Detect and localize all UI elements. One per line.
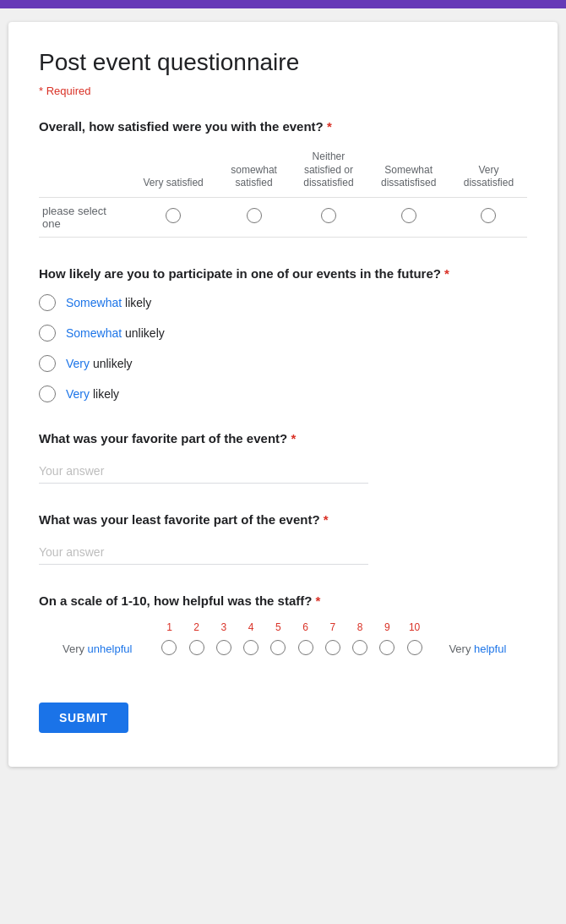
- col-header-neither: Neithersatisfied ordissatisfied: [290, 147, 367, 197]
- scale-radio-3[interactable]: [216, 640, 231, 655]
- top-bar: [0, 0, 566, 8]
- radio-cell-very-dissatisfied[interactable]: [450, 197, 527, 237]
- question-2-text: How likely are you to participate in one…: [39, 265, 527, 282]
- scale-radio-cell-6[interactable]: [292, 637, 319, 662]
- scale-radio-5[interactable]: [270, 640, 286, 655]
- question-5-block: On a scale of 1-10, how helpful was the …: [39, 592, 527, 662]
- required-star-4: *: [324, 512, 329, 527]
- scale-num-1: 1: [155, 621, 182, 637]
- scale-num-3: 3: [210, 621, 237, 637]
- col-header-very-satisfied: Very satisfied: [128, 147, 218, 197]
- scale-radio-cell-9[interactable]: [373, 637, 400, 662]
- scale-radio-cell-4[interactable]: [237, 637, 264, 662]
- question-1-block: Overall, how satisfied were you with the…: [39, 118, 527, 238]
- scale-num-2: 2: [183, 621, 210, 637]
- col-header-very-dissatisfied: Verydissatisfied: [450, 147, 527, 197]
- scale-num-5: 5: [264, 621, 291, 637]
- scale-num-6: 6: [292, 621, 319, 637]
- radio-neither[interactable]: [321, 208, 336, 223]
- scale-radio-10[interactable]: [407, 640, 422, 655]
- radio-cell-somewhat-satisfied[interactable]: [218, 197, 290, 237]
- question-3-block: What was your favorite part of the event…: [39, 429, 527, 484]
- scale-num-9: 9: [373, 621, 400, 637]
- scale-num-4: 4: [237, 621, 264, 637]
- radio-somewhat-unlikely[interactable]: [39, 325, 56, 342]
- required-note: * Required: [39, 85, 527, 97]
- scale-radio-8[interactable]: [352, 640, 367, 655]
- required-star-5: *: [316, 593, 321, 608]
- radio-somewhat-likely[interactable]: [39, 294, 56, 311]
- question-3-text: What was your favorite part of the event…: [39, 429, 527, 447]
- scale-num-8: 8: [346, 621, 373, 637]
- radio-very-satisfied[interactable]: [166, 208, 181, 223]
- scale-radio-cell-10[interactable]: [400, 637, 427, 662]
- radio-option-very-likely[interactable]: Very likely: [39, 385, 527, 402]
- row-label-please-select: please selectone: [39, 197, 128, 237]
- radio-very-dissatisfied[interactable]: [481, 208, 496, 223]
- submit-button[interactable]: SUBMIT: [39, 703, 128, 733]
- col-header-somewhat-satisfied: somewhatsatisfied: [218, 147, 290, 197]
- radio-cell-somewhat-dissatisfied[interactable]: [367, 197, 449, 237]
- scale-min-label-spacer: [39, 621, 155, 637]
- favorite-part-input[interactable]: [39, 459, 368, 484]
- radio-cell-very-satisfied[interactable]: [128, 197, 218, 237]
- scale-radio-2[interactable]: [189, 640, 204, 655]
- col-header-empty: [39, 147, 128, 197]
- scale-radio-4[interactable]: [243, 640, 259, 655]
- col-header-somewhat-dissatisfied: Somewhatdissatisfised: [367, 147, 449, 197]
- scale-radio-6[interactable]: [298, 640, 313, 655]
- required-star-3: *: [291, 431, 296, 446]
- radio-very-unlikely[interactable]: [39, 355, 56, 372]
- radio-somewhat-dissatisfied[interactable]: [401, 208, 416, 223]
- least-favorite-input[interactable]: [39, 540, 368, 565]
- radio-cell-neither[interactable]: [290, 197, 367, 237]
- label-somewhat-unlikely: Somewhat unlikely: [66, 326, 165, 340]
- required-star-2: *: [444, 266, 449, 281]
- form-card: Post event questionnaire * Required Over…: [8, 22, 558, 767]
- scale-num-10: 10: [400, 621, 427, 637]
- scale-radio-1[interactable]: [161, 640, 177, 655]
- question-5-text: On a scale of 1-10, how helpful was the …: [39, 592, 527, 610]
- scale-radio-cell-5[interactable]: [264, 637, 291, 662]
- scale-radio-cell-8[interactable]: [346, 637, 373, 662]
- form-title: Post event questionnaire: [39, 49, 527, 76]
- scale-radio-7[interactable]: [325, 640, 340, 655]
- radio-very-likely[interactable]: [39, 385, 56, 402]
- scale-max-label-spacer: [428, 621, 527, 637]
- scale-table: 1 2 3 4 5 6 7 8 9 10 Very unhelpful: [39, 621, 527, 662]
- scale-radio-cell-7[interactable]: [319, 637, 346, 662]
- question-2-block: How likely are you to participate in one…: [39, 265, 527, 402]
- radio-option-somewhat-likely[interactable]: Somewhat likely: [39, 294, 527, 311]
- radio-somewhat-satisfied[interactable]: [247, 208, 262, 223]
- satisfaction-grid: Very satisfied somewhatsatisfied Neither…: [39, 147, 527, 238]
- question-4-text: What was your least favorite part of the…: [39, 511, 527, 528]
- scale-num-7: 7: [319, 621, 346, 637]
- scale-radio-cell-2[interactable]: [183, 637, 210, 662]
- required-star-1: *: [327, 119, 332, 134]
- radio-option-somewhat-unlikely[interactable]: Somewhat unlikely: [39, 325, 527, 342]
- scale-radio-cell-1[interactable]: [155, 637, 182, 662]
- scale-max-label: Very helpful: [428, 637, 527, 662]
- scale-min-label: Very unhelpful: [39, 637, 155, 662]
- question-4-block: What was your least favorite part of the…: [39, 511, 527, 565]
- scale-radio-9[interactable]: [379, 640, 395, 655]
- question-1-text: Overall, how satisfied were you with the…: [39, 118, 527, 135]
- scale-radio-cell-3[interactable]: [210, 637, 237, 662]
- label-somewhat-likely: Somewhat likely: [66, 296, 151, 309]
- label-very-likely: Very likely: [66, 387, 119, 401]
- label-very-unlikely: Very unlikely: [66, 357, 133, 370]
- radio-option-very-unlikely[interactable]: Very unlikely: [39, 355, 527, 372]
